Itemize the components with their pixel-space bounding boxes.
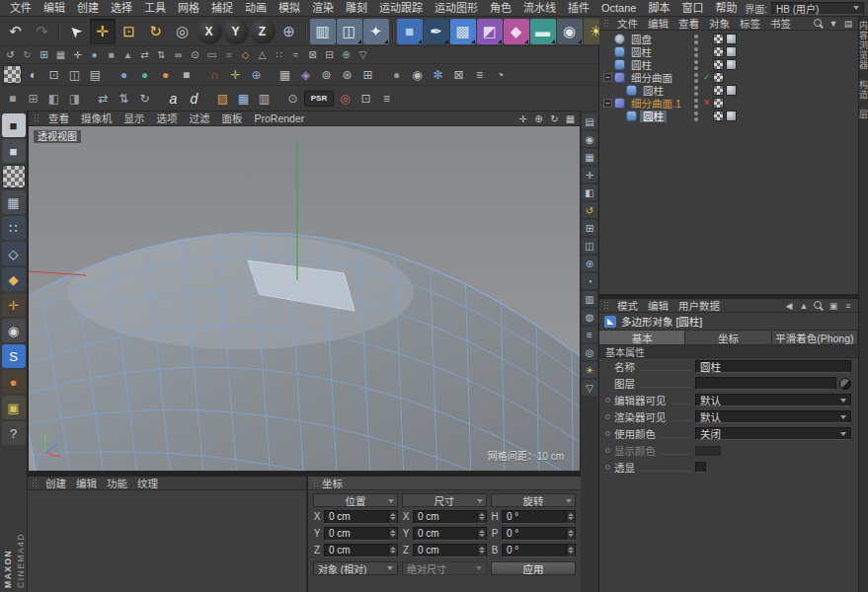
- object-row-1[interactable]: 圆盘: [599, 33, 858, 45]
- object-manager-menu-item-5[interactable]: 标签: [735, 16, 765, 32]
- circle-icon[interactable]: ○: [221, 47, 236, 62]
- object-label[interactable]: 细分曲面: [628, 72, 675, 84]
- object-manager-menu-item-2[interactable]: 编辑: [643, 16, 673, 32]
- checker-tag[interactable]: [713, 46, 724, 57]
- menubar-menu-item-3[interactable]: 创建: [71, 0, 105, 16]
- object-manager-menu-item-6[interactable]: 书签: [765, 16, 796, 32]
- move-small-icon[interactable]: ✛: [70, 47, 85, 62]
- rotation-input-b[interactable]: 0 °: [502, 544, 576, 557]
- axis-toggle-icon[interactable]: ✛: [582, 167, 597, 183]
- wireframe-icon[interactable]: ▦: [582, 149, 597, 165]
- cube-grid-icon[interactable]: ⊞: [24, 89, 42, 108]
- snap-toggle-button[interactable]: S: [2, 344, 26, 368]
- scale-tool[interactable]: ⊡: [117, 19, 142, 44]
- size-mode-select[interactable]: 绝对尺寸: [402, 561, 487, 575]
- model-mode-button[interactable]: ■: [2, 139, 26, 163]
- options-strip-icon[interactable]: ▽: [582, 380, 597, 396]
- zoom-view-icon[interactable]: ⊕: [532, 112, 545, 125]
- tab-basic[interactable]: 基本: [599, 331, 685, 344]
- phong-tag[interactable]: [726, 46, 737, 57]
- filter-icon[interactable]: ▼: [828, 18, 839, 30]
- lift-icon[interactable]: ⇅: [154, 47, 169, 62]
- snap-magnet-icon[interactable]: ∩: [205, 65, 224, 84]
- camera-strip-icon[interactable]: ◎: [582, 344, 597, 360]
- dropdown[interactable]: 默认: [695, 410, 851, 423]
- dock-tab-3[interactable]: 层: [857, 110, 868, 119]
- panel-menu-icon[interactable]: ▤: [842, 18, 854, 30]
- gear-tool-icon[interactable]: ✻: [429, 65, 447, 84]
- material-manager-menu-item-2[interactable]: 编辑: [71, 476, 102, 491]
- viewport-canvas[interactable]: 透视视图 网格间距：10 cm: [29, 126, 580, 471]
- visibility-dots[interactable]: [694, 73, 698, 83]
- object-label[interactable]: 圆柱: [628, 59, 655, 71]
- keyframe-dot[interactable]: [605, 465, 610, 470]
- undo-view-icon[interactable]: ↺: [3, 47, 18, 62]
- viewport-menu-item-2[interactable]: 摄像机: [75, 111, 118, 126]
- quantize-icon[interactable]: ⊡: [356, 89, 375, 108]
- cube-half-icon[interactable]: ◧: [44, 89, 63, 108]
- x-axis-lock[interactable]: X: [197, 19, 222, 44]
- position-input-y[interactable]: 0 cm: [324, 527, 398, 541]
- coordinate-mode-select[interactable]: 对象 (相对): [313, 561, 398, 575]
- menubar-menu-item-12[interactable]: 运动跟踪: [373, 0, 429, 16]
- wave-icon[interactable]: ≈: [288, 47, 303, 62]
- reset-view-icon[interactable]: ↺: [582, 202, 597, 218]
- search-icon[interactable]: [813, 18, 825, 30]
- dropdown[interactable]: 关闭: [695, 427, 851, 440]
- plane-icon[interactable]: ▭: [204, 47, 219, 62]
- display-mode-icon[interactable]: ▤: [582, 113, 597, 129]
- add-deformer[interactable]: ◩: [477, 19, 503, 44]
- add-volume[interactable]: ◆: [504, 19, 529, 44]
- visibility-dots[interactable]: [694, 99, 698, 109]
- rows-tool-icon[interactable]: ▥: [255, 89, 274, 108]
- add-environment[interactable]: ▬: [530, 19, 556, 44]
- object-row-4[interactable]: −细分曲面✓: [599, 71, 858, 84]
- rotation-header[interactable]: 旋转: [491, 493, 576, 507]
- size-input-y[interactable]: 0 cm: [413, 527, 487, 541]
- light-strip-icon[interactable]: ☀: [582, 362, 597, 378]
- y-axis-lock[interactable]: Y: [223, 19, 249, 44]
- focus-icon[interactable]: ⊕: [582, 256, 597, 271]
- render-settings-button[interactable]: ✦: [363, 19, 389, 44]
- pan-view-icon[interactable]: ✛: [516, 112, 529, 125]
- menubar-menu-item-15[interactable]: 流水线: [517, 0, 562, 16]
- value-spinner[interactable]: [566, 511, 575, 523]
- history-up-icon[interactable]: ▲: [798, 300, 810, 312]
- lock-tool-icon[interactable]: ⊠: [449, 65, 468, 84]
- view-label[interactable]: 透视视图: [34, 130, 81, 143]
- filter-list-icon[interactable]: ≡: [582, 327, 597, 342]
- script-d-icon[interactable]: d: [185, 89, 203, 108]
- enable-axis-button[interactable]: ✛: [2, 293, 26, 317]
- object-row-5[interactable]: 圆柱: [599, 84, 858, 97]
- menubar-menu-item-2[interactable]: 编辑: [38, 0, 71, 16]
- arrange-icon[interactable]: ⊞: [37, 47, 51, 62]
- redo-view-icon[interactable]: ↻: [20, 47, 35, 62]
- checkbox[interactable]: [695, 462, 706, 473]
- value-spinner[interactable]: [477, 545, 486, 556]
- psr-chip[interactable]: PSR: [304, 91, 334, 107]
- object-label[interactable]: 圆柱: [640, 85, 667, 97]
- enable-state-icon[interactable]: ✕: [702, 98, 711, 109]
- attribute-manager-menu-item-3[interactable]: 用户数据: [673, 298, 725, 314]
- spline-pen-tool[interactable]: ✒: [424, 19, 449, 44]
- lift-tool-icon[interactable]: ⇅: [115, 89, 133, 108]
- rotation-input-h[interactable]: 0 °: [502, 510, 576, 524]
- visibility-dots[interactable]: [694, 47, 698, 57]
- drag-grip-icon[interactable]: [34, 113, 40, 123]
- clock-icon[interactable]: ◔: [582, 273, 597, 289]
- object-manager-menu-item-1[interactable]: 文件: [612, 16, 643, 32]
- cube-small-icon[interactable]: ■: [104, 47, 118, 62]
- z-axis-lock[interactable]: Z: [250, 19, 276, 44]
- toggle-view-icon[interactable]: ▦: [564, 112, 577, 125]
- visibility-dots[interactable]: [694, 35, 698, 44]
- phong-tag[interactable]: [726, 111, 737, 121]
- checker-tag[interactable]: [713, 85, 724, 96]
- coordinate-system-toggle[interactable]: ⊕: [276, 19, 302, 44]
- value-spinner[interactable]: [566, 545, 575, 556]
- rotate-view-icon[interactable]: ↻: [548, 112, 561, 125]
- render-picture-viewer-button[interactable]: ◫: [337, 19, 362, 44]
- mirror-icon[interactable]: ⇄: [137, 47, 152, 62]
- sphere-small-icon[interactable]: ●: [87, 47, 102, 62]
- keyframe-dot[interactable]: [605, 431, 610, 436]
- menubar-menu-item-6[interactable]: 网格: [172, 0, 205, 16]
